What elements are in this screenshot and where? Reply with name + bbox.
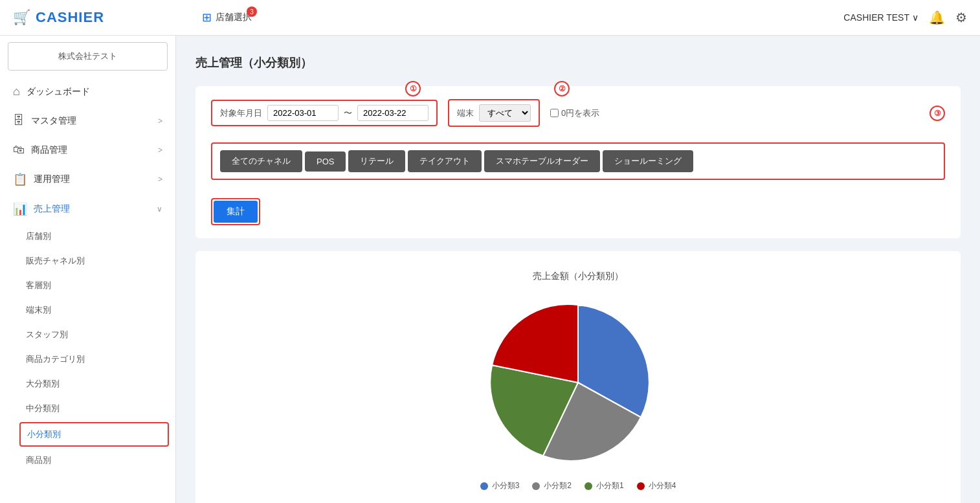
channels-row: 全てのチャネル POS リテール テイクアウト スマホテーブルオーダー ショール… xyxy=(211,142,945,180)
sidebar-sub-small[interactable]: 小分類別 xyxy=(19,422,169,447)
logo-area: 🛒 CASHIER xyxy=(13,9,189,26)
database-icon: 🗄 xyxy=(13,114,25,128)
legend-label-small3: 小分類3 xyxy=(492,480,520,491)
step-1-badge: ① xyxy=(405,81,421,96)
legend-label-small4: 小分類4 xyxy=(649,480,676,491)
sidebar-sub-category[interactable]: 商品カテゴリ別 xyxy=(0,347,175,372)
legend-small2: 小分類2 xyxy=(532,480,572,491)
channel-takeout-button[interactable]: テイクアウト xyxy=(408,150,482,172)
sidebar-item-label: 商品管理 xyxy=(31,144,67,156)
chart-container: 売上金額（小分類別） 小分類3 xyxy=(195,251,961,503)
content-area: 売上管理（小分類別） ① ② 対象年月日 〜 端末 すべて xyxy=(176,36,980,503)
channel-pos-button[interactable]: POS xyxy=(305,151,346,172)
sidebar-item-label: 売上管理 xyxy=(34,203,70,215)
sidebar-sub-terminal[interactable]: 端末別 xyxy=(0,298,175,322)
arrow-icon: > xyxy=(158,175,162,184)
sidebar-item-dashboard[interactable]: ⌂ ダッシュボード xyxy=(0,77,175,106)
legend-small4: 小分類4 xyxy=(637,480,676,491)
aggregate-button[interactable]: 集計 xyxy=(214,201,258,223)
sidebar-sub-customer[interactable]: 客層別 xyxy=(0,273,175,298)
chevron-down-icon: ∨ xyxy=(912,12,919,23)
clipboard-icon: 📋 xyxy=(13,172,27,186)
sidebar-item-label: マスタ管理 xyxy=(31,115,76,127)
user-label: CASHIER TEST xyxy=(843,12,909,23)
sidebar: 株式会社テスト ⌂ ダッシュボード 🗄 マスタ管理 > 🛍 商品管理 > 📋 運… xyxy=(0,36,176,503)
date-separator: 〜 xyxy=(344,107,352,119)
sidebar-item-label: 運用管理 xyxy=(34,173,70,185)
main-layout: 株式会社テスト ⌂ ダッシュボード 🗄 マスタ管理 > 🛍 商品管理 > 📋 運… xyxy=(0,36,980,503)
zero-label: 0円を表示 xyxy=(561,107,599,119)
settings-button[interactable]: ⚙ xyxy=(955,10,967,25)
channel-table-button[interactable]: スマホテーブルオーダー xyxy=(484,150,600,172)
channel-all-button[interactable]: 全てのチャネル xyxy=(220,150,302,172)
zero-check-group: 0円を表示 xyxy=(550,107,599,119)
zero-checkbox[interactable] xyxy=(550,109,559,117)
home-icon: ⌂ xyxy=(13,85,20,98)
sidebar-item-product[interactable]: 🛍 商品管理 > xyxy=(0,135,175,164)
sidebar-sub-staff[interactable]: スタッフ別 xyxy=(0,322,175,347)
top-header: 🛒 CASHIER ⊞ 店舗選択 3 CASHIER TEST ∨ 🔔 ⚙ xyxy=(0,0,980,36)
aggregate-row: 集計 xyxy=(211,189,945,225)
channel-retail-button[interactable]: リテール xyxy=(348,150,405,172)
sidebar-sub-medium[interactable]: 中分類別 xyxy=(0,396,175,421)
agg-border-box: 集計 xyxy=(211,198,260,225)
sidebar-item-sales[interactable]: 📊 売上管理 ∨ xyxy=(0,194,175,224)
legend-label-small2: 小分類2 xyxy=(544,480,572,491)
header-center: ⊞ 店舗選択 3 xyxy=(189,10,843,25)
legend-color-small4 xyxy=(637,482,645,490)
notification-button[interactable]: 🔔 xyxy=(929,10,945,25)
legend-small3: 小分類3 xyxy=(480,480,520,491)
sidebar-item-master[interactable]: 🗄 マスタ管理 > xyxy=(0,106,175,135)
store-badge: 3 xyxy=(247,6,257,17)
channel-showroom-button[interactable]: ショールーミング xyxy=(603,150,693,172)
legend-label-small1: 小分類1 xyxy=(596,480,624,491)
sidebar-sub-large[interactable]: 大分類別 xyxy=(0,372,175,396)
shopping-icon: 🛍 xyxy=(13,143,25,157)
page-title: 売上管理（小分類別） xyxy=(195,55,961,71)
chevron-down-icon: ∨ xyxy=(157,205,162,214)
store-select-button[interactable]: ⊞ 店舗選択 3 xyxy=(202,10,252,25)
date-filter-group: 対象年月日 〜 xyxy=(211,100,438,126)
legend-color-small2 xyxy=(532,482,540,490)
filter-box: ① ② 対象年月日 〜 端末 すべて 0円を表示 xyxy=(195,86,961,238)
bell-icon: 🔔 xyxy=(929,10,945,25)
grid-icon: ⊞ xyxy=(202,10,212,25)
chart-icon: 📊 xyxy=(13,202,27,216)
terminal-filter-group: 端末 すべて xyxy=(448,99,540,127)
header-right: CASHIER TEST ∨ 🔔 ⚙ xyxy=(843,10,967,25)
chart-title: 売上金額（小分類別） xyxy=(533,271,623,282)
sidebar-item-operation[interactable]: 📋 運用管理 > xyxy=(0,164,175,194)
terminal-label: 端末 xyxy=(457,107,474,119)
chart-legend: 小分類3 小分類2 小分類1 小分類4 xyxy=(480,480,676,491)
step-3-badge: ③ xyxy=(930,106,945,121)
sidebar-sub-store[interactable]: 店舗別 xyxy=(0,224,175,249)
sidebar-sub-channel[interactable]: 販売チャネル別 xyxy=(0,249,175,273)
terminal-select[interactable]: すべて xyxy=(479,104,531,122)
logo-text: CASHIER xyxy=(36,9,104,26)
step-2-badge: ② xyxy=(554,81,570,96)
company-name: 株式会社テスト xyxy=(8,42,168,71)
arrow-icon: > xyxy=(158,117,162,126)
sidebar-item-label: ダッシュボード xyxy=(27,86,90,98)
gear-icon: ⚙ xyxy=(955,10,967,25)
pie-chart xyxy=(481,295,675,470)
arrow-icon: > xyxy=(158,146,162,155)
cart-icon: 🛒 xyxy=(13,9,30,26)
legend-small1: 小分類1 xyxy=(585,480,624,491)
header-user[interactable]: CASHIER TEST ∨ xyxy=(843,12,919,23)
date-to-input[interactable] xyxy=(357,105,429,121)
legend-color-small1 xyxy=(585,482,592,490)
date-label: 対象年月日 xyxy=(220,107,262,119)
legend-color-small3 xyxy=(480,482,488,490)
date-from-input[interactable] xyxy=(267,105,339,121)
sidebar-sub-product[interactable]: 商品別 xyxy=(0,448,175,473)
